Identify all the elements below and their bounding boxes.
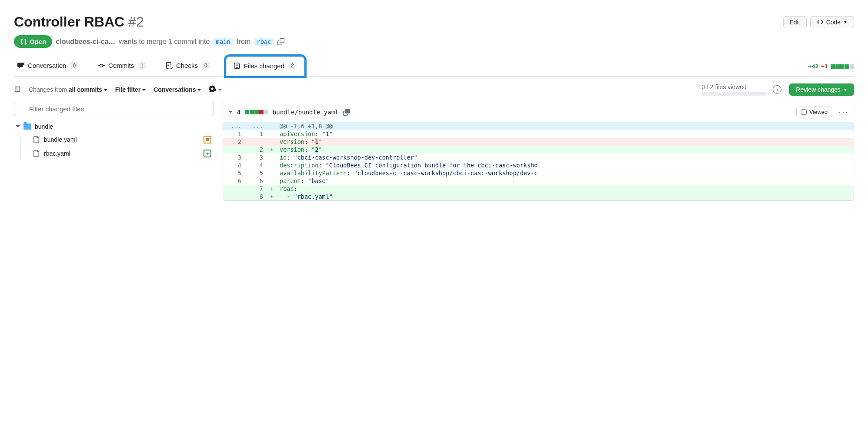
- tab-files-changed[interactable]: Files changed 2: [226, 57, 304, 76]
- filter-files-input[interactable]: [14, 102, 214, 116]
- tree-file[interactable]: rbac.yaml+: [30, 147, 214, 160]
- file-tree: bundle bundle.yamlrbac.yaml+: [14, 120, 214, 160]
- file-actions-menu[interactable]: ···: [838, 107, 848, 117]
- file-filter-dropdown[interactable]: File filter: [115, 86, 146, 93]
- chevron-down-icon: ▼: [843, 20, 848, 24]
- git-pull-request-icon: [20, 38, 27, 45]
- code-icon: [817, 19, 824, 26]
- diff-line[interactable]: 8+ - "rbac.yaml": [223, 193, 854, 200]
- base-branch[interactable]: main: [213, 38, 233, 46]
- hunk-header-row[interactable]: ...... @@ -1,6 +1,8 @@: [223, 122, 854, 130]
- diff-table: ...... @@ -1,6 +1,8 @@ 11apiVersion: "1"…: [223, 122, 854, 200]
- pr-title-text: Controller RBAC: [14, 14, 124, 30]
- changes-from-dropdown[interactable]: Changes from all commits: [29, 86, 107, 93]
- file-path[interactable]: bundle/bundle.yaml: [273, 109, 339, 116]
- diff-settings-button[interactable]: [209, 85, 222, 94]
- gear-icon: [209, 85, 216, 92]
- chevron-down-icon: [16, 125, 20, 130]
- copy-path-icon[interactable]: [343, 109, 350, 116]
- tab-conversation[interactable]: Conversation 0: [14, 57, 82, 76]
- pr-state-badge: Open: [14, 35, 52, 48]
- files-viewed-progress: [701, 92, 767, 96]
- pr-meta: Open cloudbees-ci-ca… wants to merge 1 c…: [14, 35, 854, 48]
- copy-icon[interactable]: [277, 38, 284, 45]
- diff-line[interactable]: 55availabilityPattern: "cloudbees-ci-cas…: [223, 169, 854, 177]
- tab-checks[interactable]: Checks 0: [162, 57, 214, 76]
- code-button[interactable]: Code ▼: [810, 16, 854, 28]
- file-icon: [33, 136, 40, 143]
- file-diffstat-count: 4: [237, 109, 240, 116]
- review-changes-button[interactable]: Review changes ▼: [789, 83, 854, 96]
- tree-file[interactable]: bundle.yaml: [30, 133, 214, 147]
- files-viewed-text: 0 / 2 files viewed: [701, 83, 767, 90]
- diff-line[interactable]: 2-version: "1": [223, 138, 854, 146]
- tree-file-name: bundle.yaml: [44, 136, 77, 143]
- diffstat-pips: [831, 64, 854, 69]
- file-status-badge: +: [204, 150, 211, 157]
- head-branch[interactable]: rbac: [254, 38, 274, 46]
- git-commit-icon: [98, 62, 105, 69]
- tab-commits[interactable]: Commits 1: [94, 57, 150, 76]
- toggle-file-tree-button[interactable]: [14, 86, 21, 94]
- file-icon: [33, 150, 40, 157]
- viewed-checkbox-input[interactable]: [801, 109, 807, 115]
- info-icon[interactable]: i: [773, 85, 781, 94]
- file-diff-panel: 4 bundle/bundle.yaml Viewed ··· ...... @…: [223, 102, 854, 201]
- checklist-icon: [166, 62, 173, 69]
- chevron-down-icon: ▼: [843, 87, 848, 92]
- edit-button[interactable]: Edit: [783, 16, 807, 28]
- diff-toolbar: Changes from all commits File filter Con…: [14, 83, 854, 96]
- folder-icon: [23, 123, 31, 130]
- pr-title: Controller RBAC #2: [14, 14, 144, 30]
- tree-folder[interactable]: bundle: [14, 120, 214, 133]
- diff-line[interactable]: 44description: "CloudBees CI configurati…: [223, 161, 854, 169]
- file-status-badge: [204, 136, 211, 143]
- tree-file-name: rbac.yaml: [44, 150, 70, 157]
- diff-line[interactable]: 66parent: "base": [223, 177, 854, 185]
- conversations-dropdown[interactable]: Conversations: [154, 86, 201, 93]
- comment-discussion-icon: [17, 62, 24, 69]
- diff-line[interactable]: 11apiVersion: "1": [223, 130, 854, 138]
- overall-diffstat: +42 −1: [808, 63, 854, 70]
- chevron-down-icon: [218, 89, 222, 93]
- diff-line[interactable]: 2+version: "2": [223, 146, 854, 153]
- viewed-checkbox[interactable]: Viewed: [796, 107, 832, 117]
- file-diffstat-pips: [245, 110, 268, 114]
- sidebar-collapse-icon: [14, 86, 21, 93]
- diff-line[interactable]: 33id: "cbci-casc-workshop-dev-controller…: [223, 153, 854, 161]
- diff-line[interactable]: 7+rbac:: [223, 185, 854, 193]
- collapse-file-button[interactable]: [228, 111, 233, 115]
- pr-tabs: Conversation 0 Commits 1 Checks 0 Files …: [14, 57, 854, 77]
- pr-number: #2: [128, 14, 144, 30]
- file-diff-icon: [234, 62, 240, 69]
- pr-author[interactable]: cloudbees-ci-ca…: [56, 38, 115, 46]
